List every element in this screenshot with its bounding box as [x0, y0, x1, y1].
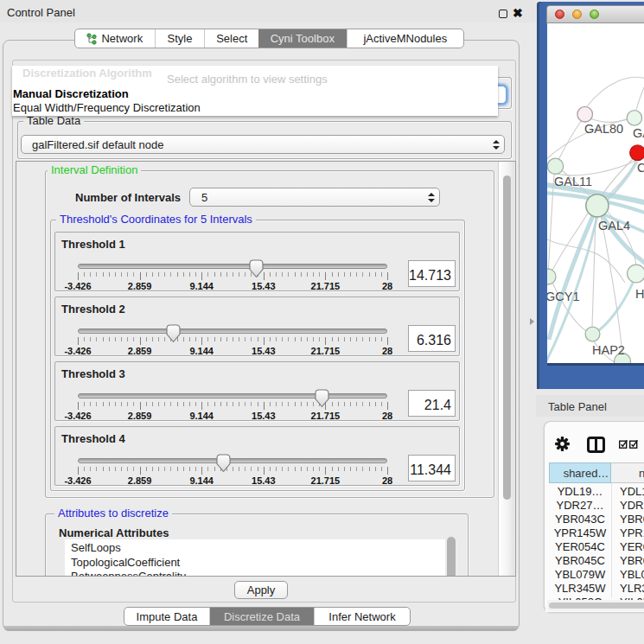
svg-text:GA: GA [633, 126, 644, 140]
svg-text:GCY1: GCY1 [547, 290, 580, 303]
svg-text:GAL80: GAL80 [584, 122, 623, 136]
svg-text:C: C [637, 161, 644, 175]
svg-text:GAL4: GAL4 [598, 219, 630, 233]
svg-text:GAL11: GAL11 [554, 175, 592, 188]
svg-text:H: H [635, 287, 644, 301]
svg-text:HAP2: HAP2 [592, 343, 625, 357]
